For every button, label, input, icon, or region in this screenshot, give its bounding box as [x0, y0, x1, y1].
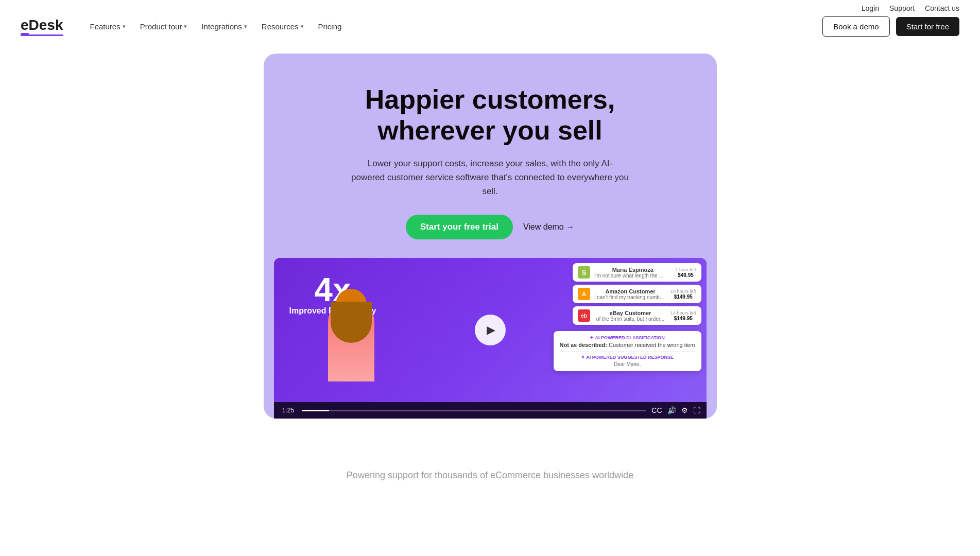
video-container: 4x Improved Productivity S	[274, 258, 707, 419]
nav-pricing[interactable]: Pricing	[318, 22, 342, 31]
logo-desk: Desk	[29, 17, 63, 33]
logo-underline	[21, 34, 63, 36]
volume-icon[interactable]: 🔊	[667, 406, 676, 414]
contact-link[interactable]: Contact us	[925, 4, 959, 12]
ui-cards-overlay: S Maria Espinoza I'm not sure what lengt…	[573, 263, 701, 325]
hero-title: Happier customers, wherever you sell	[284, 84, 696, 146]
amazon-icon: A	[578, 288, 590, 300]
video-play-button[interactable]	[475, 315, 506, 345]
hero-subtitle: Lower your support costs, increase your …	[351, 157, 629, 199]
chevron-down-icon: ▾	[301, 23, 304, 30]
hero-wrapper: Happier customers, wherever you sell Low…	[0, 43, 980, 439]
ai-classification-title: Not as described: Customer received the …	[560, 342, 695, 348]
hero-card: Happier customers, wherever you sell Low…	[264, 54, 717, 419]
settings-icon[interactable]: ⚙	[681, 406, 688, 414]
navbar: eDesk Features ▾ Product tour ▾ Integrat…	[0, 16, 980, 43]
ai-classification-label: ✦ AI POWERED CLASSIFICATION	[560, 335, 695, 340]
card-meta: 1 hour left $49.95	[675, 267, 696, 278]
video-progress-fill	[302, 410, 330, 411]
ebay-icon: eb	[578, 309, 590, 322]
bottom-tagline: Powering support for thousands of eComme…	[21, 470, 959, 481]
nav-features[interactable]: Features ▾	[90, 22, 126, 31]
person-hair	[331, 302, 372, 343]
person-figure	[315, 279, 387, 381]
top-bar: Login Support Contact us	[0, 0, 980, 16]
video-progress-bar[interactable]	[302, 410, 647, 411]
support-link[interactable]: Support	[889, 4, 915, 12]
login-link[interactable]: Login	[862, 4, 879, 12]
ui-card-shopify: S Maria Espinoza I'm not sure what lengt…	[573, 263, 701, 282]
hero-cta: Start your free trial View demo →	[284, 215, 696, 239]
view-demo-button[interactable]: View demo →	[523, 222, 574, 232]
nav-integrations[interactable]: Integrations ▾	[201, 22, 247, 31]
card-text: Amazon Customer I can't find my tracking…	[594, 288, 666, 300]
card-meta: 10 hours left $149.95	[670, 289, 696, 300]
logo[interactable]: eDesk	[21, 17, 63, 36]
card-meta: 14 hours left $149.95	[670, 310, 696, 321]
nav-right: Book a demo Start for free	[822, 16, 959, 37]
chevron-down-icon: ▾	[123, 23, 126, 30]
nav-left: eDesk Features ▾ Product tour ▾ Integrat…	[21, 17, 341, 36]
chevron-down-icon: ▾	[184, 23, 187, 30]
fullscreen-icon[interactable]: ⛶	[693, 406, 700, 414]
start-trial-button[interactable]: Start your free trial	[406, 215, 513, 239]
video-inner: 4x Improved Productivity S	[274, 258, 707, 402]
nav-links: Features ▾ Product tour ▾ Integrations ▾…	[90, 22, 342, 31]
card-text: Maria Espinoza I'm not sure what length …	[594, 267, 672, 279]
video-timestamp: 1:25	[280, 407, 297, 414]
nav-resources[interactable]: Resources ▾	[262, 22, 304, 31]
logo-e: e	[21, 17, 29, 33]
chevron-down-icon: ▾	[244, 23, 247, 30]
card-text: eBay Customer of the 3mm suits, but I or…	[594, 310, 666, 322]
ai-response-section: ✦ AI POWERED SUGGESTED RESPONSE Dear Mar…	[560, 351, 695, 367]
video-controls: 1:25 CC 🔊 ⚙ ⛶	[274, 402, 707, 419]
ai-classification-card: ✦ AI POWERED CLASSIFICATION Not as descr…	[554, 331, 701, 371]
bottom-section: Powering support for thousands of eComme…	[0, 439, 980, 501]
nav-product-tour[interactable]: Product tour ▾	[140, 22, 187, 31]
captions-icon[interactable]: CC	[651, 406, 662, 414]
book-demo-button[interactable]: Book a demo	[822, 16, 889, 37]
shopify-icon: S	[578, 266, 590, 279]
ui-card-amazon: A Amazon Customer I can't find my tracki…	[573, 285, 701, 303]
start-free-button[interactable]: Start for free	[896, 17, 959, 36]
ui-card-ebay: eb eBay Customer of the 3mm suits, but I…	[573, 306, 701, 325]
